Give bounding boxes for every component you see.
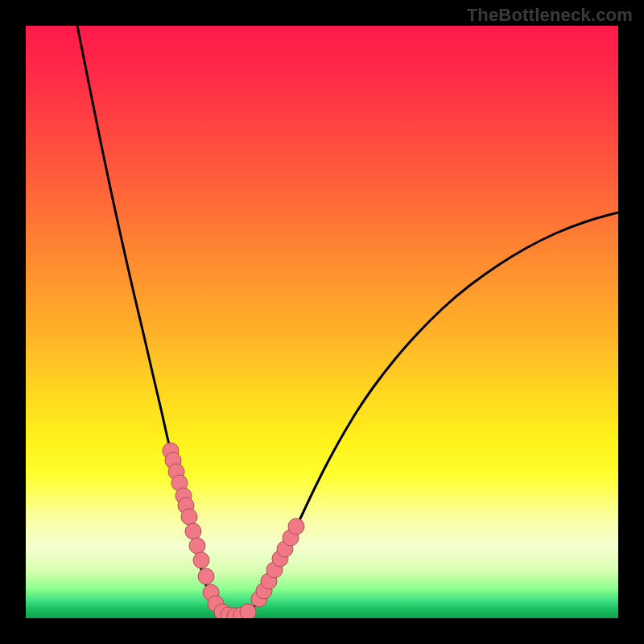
data-dot: [288, 518, 304, 535]
watermark-text: TheBottleneck.com: [467, 5, 633, 26]
data-dot: [193, 552, 209, 568]
chart-frame: TheBottleneck.com: [0, 0, 644, 644]
bottleneck-curve: [77, 26, 618, 616]
data-dots-group: [163, 443, 304, 618]
plot-area: [26, 26, 618, 618]
data-dot: [181, 509, 197, 525]
data-dot: [240, 604, 256, 618]
bottleneck-curve-svg: [26, 26, 618, 618]
data-dot: [198, 568, 214, 584]
data-dot: [185, 523, 201, 539]
data-dot: [189, 538, 205, 554]
